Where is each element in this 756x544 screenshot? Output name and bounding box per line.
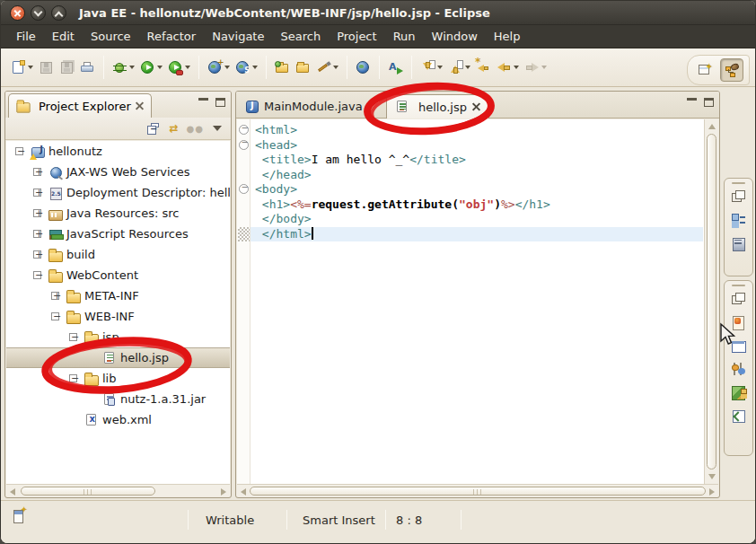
code-line-2[interactable]: <head>: [251, 138, 703, 154]
open-web-browser-button[interactable]: [353, 55, 374, 80]
back-button[interactable]: [494, 55, 522, 80]
javaee-perspective-button[interactable]: [720, 58, 743, 82]
filters-icon[interactable]: ●●: [187, 124, 204, 134]
editor-hscrollbar[interactable]: [237, 484, 718, 496]
watch-expression-button[interactable]: A: [385, 55, 406, 80]
menu-refactor[interactable]: Refactor: [139, 25, 205, 48]
last-edit-location-button[interactable]: *: [473, 55, 494, 80]
maximize-window-icon[interactable]: [51, 5, 66, 21]
palette-view-icon[interactable]: [731, 385, 746, 400]
code-line-7[interactable]: </body>: [251, 212, 703, 227]
editor-gutter[interactable]: [237, 119, 251, 484]
tree-item-webcontent[interactable]: WebContent: [6, 265, 230, 285]
open-folder-button[interactable]: [293, 55, 313, 80]
tree-item-javascript-resources[interactable]: JavaScript Resources: [6, 224, 230, 244]
menu-navigate[interactable]: Navigate: [204, 25, 272, 48]
maximize-view-icon[interactable]: [215, 98, 225, 107]
tree-expander-icon[interactable]: [33, 230, 41, 238]
code-line-3[interactable]: <title>I am hello ^_^</title>: [251, 153, 703, 168]
tree-item-web-inf[interactable]: WEB-INF: [6, 306, 230, 327]
save-all-button[interactable]: [57, 55, 77, 80]
menu-search[interactable]: Search: [272, 25, 329, 48]
tree-expander-icon[interactable]: [33, 189, 41, 197]
tree-item-lib[interactable]: lib: [6, 368, 230, 389]
tree-expander-icon[interactable]: [33, 250, 41, 259]
previous-annotation-button[interactable]: [445, 55, 473, 80]
restore-view-icon[interactable]: [731, 292, 746, 307]
tree-expander-icon[interactable]: [51, 292, 59, 300]
menu-file[interactable]: File: [8, 25, 44, 48]
code-line-8[interactable]: </html>: [251, 227, 703, 242]
print-button[interactable]: [77, 55, 98, 80]
tree-expander-icon[interactable]: [33, 168, 41, 176]
close-view-icon[interactable]: [136, 102, 144, 110]
run-button[interactable]: [137, 55, 165, 80]
tree-item-nutz-1-a-31-jar[interactable]: nutz-1.a.31.jar: [6, 389, 230, 409]
snippets-view-icon[interactable]: [731, 315, 746, 330]
fold-collapse-icon[interactable]: [239, 140, 249, 150]
outline-view-icon[interactable]: [731, 213, 746, 228]
editor-vscrollbar[interactable]: [704, 119, 718, 484]
run-last-button[interactable]: [165, 55, 193, 80]
menu-edit[interactable]: Edit: [44, 25, 83, 48]
code-area[interactable]: <html><head> <title>I am hello ^_^</titl…: [251, 119, 703, 484]
collapse-all-icon[interactable]: [147, 123, 160, 135]
new-wizard-button[interactable]: [8, 55, 36, 80]
menu-help[interactable]: Help: [486, 25, 529, 48]
tab-project-explorer[interactable]: Project Explorer: [8, 93, 152, 118]
properties-view-icon[interactable]: [731, 338, 746, 354]
editor-tab-hello-jsp[interactable]: hello.jsp: [386, 94, 489, 118]
tree-item-build[interactable]: build: [6, 244, 230, 265]
save-button[interactable]: [36, 55, 57, 80]
tree-item-jax-ws-web-services[interactable]: JAX-WS Web Services: [6, 162, 230, 182]
tree-item-jsp[interactable]: jsp: [6, 327, 230, 347]
close-window-icon[interactable]: [10, 5, 25, 21]
web-service-client-button[interactable]: S: [233, 55, 260, 80]
console-view-icon[interactable]: [731, 362, 746, 377]
fold-collapse-icon[interactable]: [239, 125, 249, 135]
code-line-4[interactable]: </head>: [251, 168, 703, 183]
minimize-window-icon[interactable]: [31, 5, 46, 21]
mark-text-button[interactable]: [313, 55, 341, 80]
servers-view-icon[interactable]: [731, 236, 746, 251]
link-with-editor-icon[interactable]: ⇄: [169, 122, 177, 135]
minimize-editor-icon[interactable]: [687, 98, 697, 106]
code-segment-tag: </body>: [262, 212, 312, 225]
forward-button[interactable]: [522, 55, 549, 80]
menu-run[interactable]: Run: [385, 25, 424, 48]
tree-item-deployment-descriptor-hello[interactable]: Deployment Descriptor: hello: [6, 182, 230, 203]
menu-project[interactable]: Project: [329, 25, 384, 48]
tree-item-web-xml[interactable]: web.xml: [6, 409, 230, 430]
close-tab-icon[interactable]: [472, 103, 480, 111]
debug-button[interactable]: [110, 55, 137, 80]
new-web-service-button[interactable]: +: [205, 55, 233, 80]
project-tree-hscrollbar[interactable]: [6, 484, 230, 496]
menu-window[interactable]: Window: [424, 25, 486, 48]
code-line-6[interactable]: <h1><%=request.getAttribute("obj")%></h1…: [251, 197, 703, 213]
minimize-view-icon[interactable]: [198, 98, 208, 106]
tree-item-hello-jsp[interactable]: hello.jsp: [6, 347, 230, 368]
next-annotation-button[interactable]: [418, 55, 445, 80]
restore-view-icon[interactable]: [731, 189, 746, 205]
menu-source[interactable]: Source: [83, 25, 139, 48]
tree-expander-icon[interactable]: [15, 147, 23, 155]
titlebar: Java EE - hellonutz/WebContent/WEB-INF/j…: [1, 1, 755, 25]
code-line-5[interactable]: <body>: [251, 182, 703, 197]
tree-item-hellonutz[interactable]: hellonutz: [6, 141, 230, 162]
open-perspective-button[interactable]: ✦: [693, 58, 716, 82]
tree-expander-icon[interactable]: [51, 312, 59, 320]
maximize-editor-icon[interactable]: [704, 98, 714, 107]
view-menu-icon[interactable]: [213, 126, 222, 131]
tree-expander-icon[interactable]: [33, 271, 41, 279]
fast-view-icon[interactable]: [13, 510, 23, 523]
fold-collapse-icon[interactable]: [239, 184, 249, 194]
tree-expander-icon[interactable]: [69, 333, 77, 341]
tree-expander-icon[interactable]: [69, 374, 77, 382]
tasks-view-icon[interactable]: [731, 408, 746, 424]
tree-expander-icon[interactable]: [33, 209, 41, 217]
tree-item-java-resources-src[interactable]: Java Resources: src: [6, 203, 230, 224]
code-line-1[interactable]: <html>: [251, 123, 703, 138]
import-folder-button[interactable]: [272, 55, 293, 80]
editor-tab-mainmodule-java[interactable]: MainModule.java: [238, 94, 371, 118]
tree-item-meta-inf[interactable]: META-INF: [6, 285, 230, 306]
